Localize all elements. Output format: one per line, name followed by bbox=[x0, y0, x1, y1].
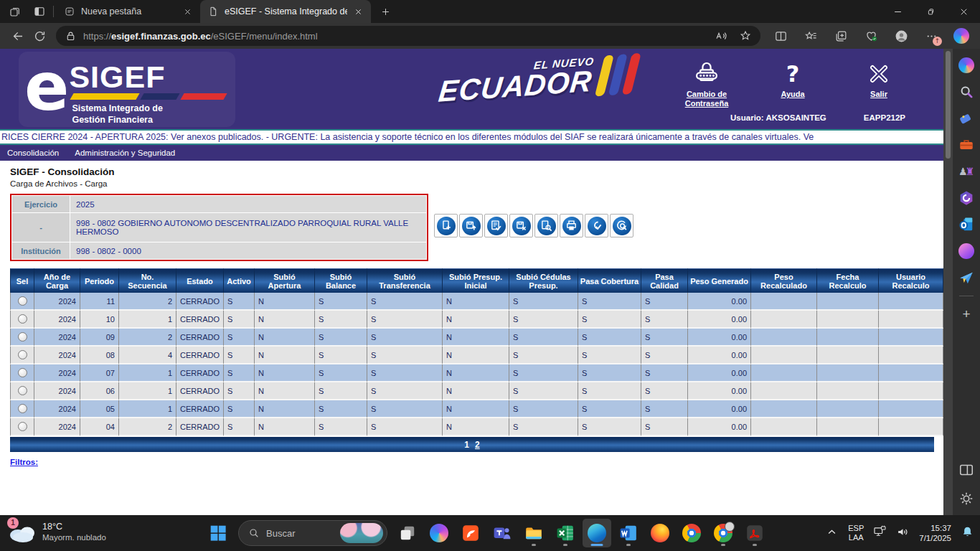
back-button[interactable] bbox=[7, 25, 29, 47]
row-select-radio[interactable] bbox=[18, 296, 27, 306]
delete-file-button[interactable] bbox=[509, 214, 533, 237]
new-file-button[interactable] bbox=[434, 214, 458, 237]
print-button[interactable] bbox=[560, 214, 583, 237]
page-link-2[interactable]: 2 bbox=[475, 440, 480, 450]
taskbar-excel-button[interactable] bbox=[551, 519, 580, 547]
row-select-radio[interactable] bbox=[18, 350, 27, 359]
minimize-button[interactable] bbox=[881, 0, 914, 23]
table-cell: CERRADO bbox=[176, 293, 224, 311]
collections-icon[interactable] bbox=[829, 25, 852, 47]
notifications-bell-icon[interactable] bbox=[961, 525, 974, 542]
favorite-star-icon[interactable] bbox=[739, 29, 752, 42]
copilot-toolbar-icon[interactable] bbox=[950, 25, 973, 47]
table-cell bbox=[879, 364, 943, 382]
taskbar-word-button[interactable] bbox=[614, 519, 643, 547]
preview-file-button[interactable] bbox=[534, 214, 558, 237]
sidebar-microsoft-365-icon[interactable] bbox=[958, 190, 974, 206]
taskbar-teams-button[interactable] bbox=[488, 519, 517, 547]
validate-file-button[interactable] bbox=[484, 214, 508, 237]
row-select-radio[interactable] bbox=[18, 386, 27, 395]
row-select-cell bbox=[10, 311, 34, 329]
restore-button[interactable] bbox=[914, 0, 947, 23]
network-icon[interactable] bbox=[873, 525, 887, 542]
sidebar-copilot-icon[interactable] bbox=[958, 57, 974, 73]
filters-link[interactable]: Filtros: bbox=[10, 458, 38, 466]
tab-esigef[interactable]: eSIGEF - Sistema Integrado de G bbox=[200, 0, 371, 23]
taskbar-explorer-button[interactable] bbox=[519, 519, 548, 547]
table-cell: 10 bbox=[80, 311, 119, 329]
more-options-icon[interactable]: ↑ bbox=[920, 25, 943, 47]
tab-close-icon[interactable] bbox=[353, 6, 364, 17]
weather-widget[interactable]: 1 18°C Mayorm. nublado bbox=[9, 519, 106, 544]
sidebar-shopping-icon[interactable] bbox=[958, 110, 974, 126]
close-button[interactable] bbox=[947, 0, 980, 23]
help-label: Ayuda bbox=[781, 90, 804, 99]
taskbar-task-view-button[interactable] bbox=[393, 519, 422, 547]
row-select-radio[interactable] bbox=[18, 422, 27, 431]
table-cell: S bbox=[509, 400, 578, 418]
refresh-button[interactable] bbox=[29, 25, 50, 47]
sidebar-outlook-icon[interactable] bbox=[958, 217, 974, 232]
table-cell: CERRADO bbox=[176, 418, 224, 436]
tab-title: Nueva pestaña bbox=[81, 6, 176, 17]
new-tab-button[interactable] bbox=[375, 1, 395, 22]
exit-link[interactable]: Salir bbox=[848, 59, 910, 108]
split-screen-icon[interactable] bbox=[769, 25, 792, 47]
change-password-label: Cambio de Contraseña bbox=[676, 90, 738, 108]
change-password-link[interactable]: Cambio de Contraseña bbox=[676, 59, 738, 108]
sidebar-tools-icon[interactable] bbox=[958, 137, 974, 153]
taskbar-foxit-button[interactable] bbox=[456, 519, 485, 547]
sidebar-games-icon[interactable]: ♟♜ bbox=[958, 164, 974, 179]
logo-flag-stripes bbox=[72, 93, 225, 100]
start-button[interactable] bbox=[204, 519, 232, 547]
column-header: Subió Transferencia bbox=[367, 268, 443, 293]
vertical-tabs-icon[interactable] bbox=[33, 5, 46, 18]
browser-essentials-icon[interactable] bbox=[859, 25, 882, 47]
tab-close-icon[interactable] bbox=[182, 6, 193, 17]
lock-icon[interactable] bbox=[65, 30, 77, 42]
row-select-radio[interactable] bbox=[18, 314, 27, 324]
tab-nueva-pestana[interactable]: Nueva pestaña bbox=[57, 0, 200, 23]
taskbar-search[interactable]: Buscar bbox=[238, 520, 387, 546]
taskbar-chrome-button[interactable] bbox=[677, 519, 706, 547]
taskbar-firefox-button[interactable] bbox=[646, 519, 674, 547]
table-cell: 2024 bbox=[34, 293, 80, 311]
clock[interactable]: 15:37 7/1/2025 bbox=[919, 523, 951, 543]
quality-check-button[interactable] bbox=[585, 214, 608, 237]
help-link[interactable]: ? Ayuda bbox=[762, 59, 824, 108]
read-aloud-icon[interactable] bbox=[715, 29, 727, 42]
taskbar-chrome-profile-button[interactable] bbox=[709, 519, 738, 547]
page-current[interactable]: 1 bbox=[464, 440, 469, 450]
refresh-search-button[interactable] bbox=[610, 214, 633, 237]
table-cell bbox=[879, 418, 943, 436]
sidebar-settings-button[interactable] bbox=[958, 491, 974, 507]
profile-avatar[interactable] bbox=[890, 25, 913, 47]
column-header: Año de Carga bbox=[34, 268, 80, 293]
row-select-radio[interactable] bbox=[18, 332, 27, 342]
taskbar-edge-button[interactable] bbox=[583, 519, 611, 547]
page-scrollbar[interactable] bbox=[943, 49, 953, 515]
sidebar-send-icon[interactable] bbox=[958, 270, 974, 286]
row-select-radio[interactable] bbox=[18, 404, 27, 413]
volume-icon[interactable] bbox=[896, 525, 910, 542]
sidebar-search-icon[interactable] bbox=[958, 84, 974, 100]
favorites-icon[interactable] bbox=[799, 25, 822, 47]
tab-groups-icon[interactable] bbox=[9, 5, 22, 18]
table-cell: S bbox=[224, 364, 255, 382]
taskbar-acrobat-button[interactable] bbox=[740, 519, 769, 547]
table-cell bbox=[817, 293, 879, 311]
sidebar-designer-icon[interactable] bbox=[958, 243, 974, 259]
search-highlight-image[interactable] bbox=[340, 523, 383, 543]
chrome-profile-icon bbox=[714, 524, 732, 542]
menu-consolidacion[interactable]: Consolidación bbox=[7, 149, 59, 157]
menu-administracion[interactable]: Administración y Seguridad bbox=[75, 149, 175, 157]
address-bar[interactable]: https://esigef.finanzas.gob.ec/eSIGEF/me… bbox=[56, 26, 760, 46]
upload-file-button[interactable] bbox=[459, 214, 483, 237]
table-cell bbox=[751, 400, 817, 418]
sidebar-panel-button[interactable] bbox=[958, 462, 974, 478]
language-indicator[interactable]: ESP LAA bbox=[848, 524, 864, 542]
taskbar-copilot-button[interactable] bbox=[425, 519, 453, 547]
row-select-radio[interactable] bbox=[18, 368, 27, 377]
tray-chevron-icon[interactable] bbox=[825, 525, 839, 542]
add-sidebar-app-button[interactable]: + bbox=[958, 306, 974, 322]
